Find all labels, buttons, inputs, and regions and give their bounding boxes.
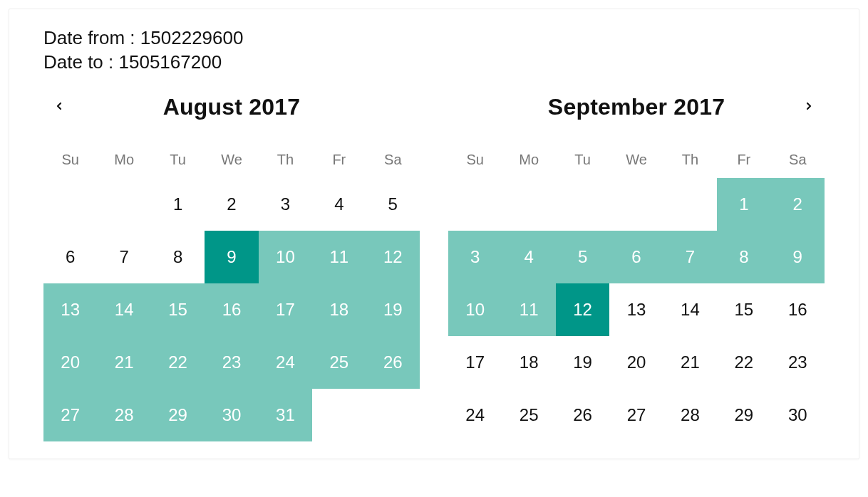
- day-cell[interactable]: 5: [366, 178, 420, 231]
- weekday-header: Mo: [502, 152, 555, 178]
- day-cell[interactable]: 8: [717, 231, 770, 283]
- day-cell[interactable]: 4: [502, 231, 555, 283]
- next-month-button[interactable]: [796, 95, 822, 120]
- day-cell[interactable]: 16: [771, 283, 825, 336]
- date-from-line: Date from : 1502229600: [43, 26, 844, 51]
- day-cell[interactable]: 29: [151, 389, 205, 441]
- day-empty: [556, 178, 609, 231]
- day-cell[interactable]: 6: [609, 231, 663, 283]
- month-header-left: August 2017: [43, 88, 420, 127]
- day-cell[interactable]: 4: [312, 178, 366, 231]
- day-cell[interactable]: 8: [151, 231, 205, 283]
- day-cell[interactable]: 27: [609, 389, 663, 441]
- day-cell[interactable]: 14: [663, 283, 717, 336]
- day-cell[interactable]: 25: [502, 389, 555, 441]
- day-empty: [663, 178, 717, 231]
- weekday-header: Th: [259, 152, 312, 178]
- day-cell[interactable]: 22: [151, 336, 205, 389]
- day-cell[interactable]: 26: [366, 336, 420, 389]
- date-to-label: Date to :: [43, 51, 119, 73]
- day-cell[interactable]: 24: [259, 336, 312, 389]
- day-cell[interactable]: 23: [771, 336, 825, 389]
- day-cell[interactable]: 3: [259, 178, 312, 231]
- calendar-right: September 2017 SuMoTuWeThFrSa12345678910…: [448, 88, 825, 441]
- day-cell[interactable]: 31: [259, 389, 312, 441]
- chevron-right-icon: [803, 100, 815, 115]
- grid-right: SuMoTuWeThFrSa12345678910111213141516171…: [448, 152, 825, 441]
- prev-month-button[interactable]: [46, 95, 72, 120]
- weekday-header: Th: [663, 152, 717, 178]
- day-cell[interactable]: 21: [663, 336, 717, 389]
- weekday-header: We: [609, 152, 663, 178]
- day-cell[interactable]: 30: [205, 389, 258, 441]
- date-to-value: 1505167200: [119, 51, 222, 73]
- date-from-label: Date from :: [43, 27, 140, 48]
- weekday-header: Su: [448, 152, 502, 178]
- date-readout: Date from : 1502229600 Date to : 1505167…: [43, 26, 844, 75]
- day-cell[interactable]: 27: [43, 389, 97, 441]
- day-cell[interactable]: 2: [771, 178, 825, 231]
- weekday-header: Su: [43, 152, 97, 178]
- weekday-header: Sa: [771, 152, 825, 178]
- day-cell[interactable]: 15: [717, 283, 770, 336]
- day-cell[interactable]: 19: [556, 336, 609, 389]
- day-cell[interactable]: 20: [609, 336, 663, 389]
- day-cell[interactable]: 13: [43, 283, 97, 336]
- day-cell[interactable]: 17: [448, 336, 502, 389]
- day-cell[interactable]: 1: [151, 178, 205, 231]
- day-cell[interactable]: 23: [205, 336, 258, 389]
- day-cell[interactable]: 13: [609, 283, 663, 336]
- day-cell[interactable]: 5: [556, 231, 609, 283]
- day-cell[interactable]: 10: [448, 283, 502, 336]
- day-cell[interactable]: 28: [97, 389, 150, 441]
- weekday-header: Mo: [97, 152, 150, 178]
- day-cell[interactable]: 11: [502, 283, 555, 336]
- day-cell[interactable]: 19: [366, 283, 420, 336]
- weekday-header: Fr: [717, 152, 770, 178]
- day-cell[interactable]: 1: [717, 178, 770, 231]
- day-cell[interactable]: 14: [97, 283, 150, 336]
- weekday-header: Tu: [556, 152, 609, 178]
- day-cell[interactable]: 9: [205, 231, 258, 283]
- day-cell[interactable]: 18: [502, 336, 555, 389]
- date-to-line: Date to : 1505167200: [43, 51, 844, 75]
- day-cell[interactable]: 26: [556, 389, 609, 441]
- weekday-header: Tu: [151, 152, 205, 178]
- day-cell[interactable]: 3: [448, 231, 502, 283]
- day-cell[interactable]: 29: [717, 389, 770, 441]
- day-cell[interactable]: 11: [312, 231, 366, 283]
- day-cell[interactable]: 18: [312, 283, 366, 336]
- day-cell[interactable]: 2: [205, 178, 258, 231]
- day-cell[interactable]: 12: [366, 231, 420, 283]
- day-empty: [448, 178, 502, 231]
- day-cell[interactable]: 10: [259, 231, 312, 283]
- date-range-picker: Date from : 1502229600 Date to : 1505167…: [9, 9, 859, 459]
- day-cell[interactable]: 28: [663, 389, 717, 441]
- day-cell[interactable]: 9: [771, 231, 825, 283]
- calendars: August 2017 SuMoTuWeThFrSa12345678910111…: [43, 88, 825, 441]
- month-title-right: September 2017: [548, 94, 725, 120]
- weekday-header: Sa: [366, 152, 420, 178]
- day-cell[interactable]: 20: [43, 336, 97, 389]
- day-cell[interactable]: 21: [97, 336, 150, 389]
- day-cell[interactable]: 12: [556, 283, 609, 336]
- chevron-left-icon: [53, 100, 65, 115]
- day-cell[interactable]: 7: [97, 231, 150, 283]
- day-cell[interactable]: 22: [717, 336, 770, 389]
- day-cell[interactable]: 15: [151, 283, 205, 336]
- day-empty: [43, 178, 97, 231]
- day-cell[interactable]: 16: [205, 283, 258, 336]
- day-cell[interactable]: 17: [259, 283, 312, 336]
- weekday-header: We: [205, 152, 258, 178]
- day-empty: [97, 178, 150, 231]
- day-cell[interactable]: 30: [771, 389, 825, 441]
- day-cell[interactable]: 25: [312, 336, 366, 389]
- date-from-value: 1502229600: [140, 27, 244, 48]
- day-empty: [609, 178, 663, 231]
- month-header-right: September 2017: [448, 88, 825, 127]
- day-cell[interactable]: 7: [663, 231, 717, 283]
- day-cell[interactable]: 24: [448, 389, 502, 441]
- month-title-left: August 2017: [163, 94, 300, 120]
- day-cell[interactable]: 6: [43, 231, 97, 283]
- grid-left: SuMoTuWeThFrSa12345678910111213141516171…: [43, 152, 420, 441]
